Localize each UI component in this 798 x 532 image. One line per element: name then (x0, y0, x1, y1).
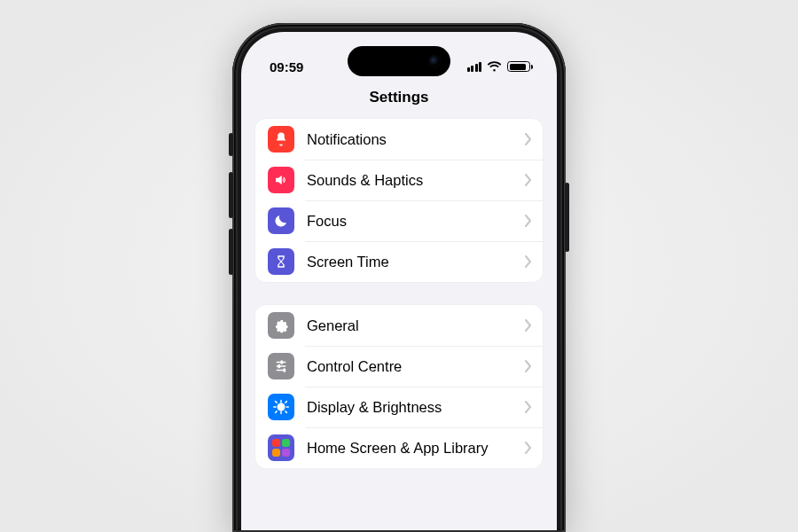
chevron-right-icon (525, 174, 532, 186)
wifi-icon (487, 61, 502, 73)
chevron-right-icon (525, 215, 532, 227)
settings-row-controlcentre[interactable]: Control Centre (255, 346, 543, 387)
status-time: 09:59 (270, 59, 303, 74)
settings-row-focus[interactable]: Focus (255, 200, 543, 241)
chevron-right-icon (525, 360, 532, 372)
settings-row-notifications[interactable]: Notifications (255, 119, 543, 160)
row-label: Sounds & Haptics (307, 172, 512, 189)
front-camera (429, 56, 440, 66)
row-label: Focus (307, 213, 512, 230)
power-button[interactable] (565, 183, 569, 252)
gear-icon (268, 312, 294, 339)
cellular-signal-icon (467, 62, 482, 72)
row-label: Screen Time (307, 254, 512, 270)
chevron-right-icon (525, 255, 532, 268)
slider-icon (268, 353, 294, 379)
screen: 09:59 Settings Notifications (241, 32, 557, 532)
brightness-icon (268, 394, 294, 420)
volume-down-button[interactable] (229, 229, 233, 275)
mute-switch[interactable] (229, 133, 233, 156)
dynamic-island (348, 46, 450, 76)
chevron-right-icon (525, 319, 532, 332)
phone-frame: 09:59 Settings Notifications (232, 23, 566, 532)
speaker-icon (268, 167, 294, 193)
settings-row-homescreen[interactable]: Home Screen & App Library (255, 427, 543, 468)
chevron-right-icon (525, 442, 532, 454)
app-grid-icon (268, 434, 294, 461)
settings-row-display[interactable]: Display & Brightness (255, 387, 543, 427)
settings-row-screentime[interactable]: Screen Time (255, 241, 543, 282)
row-label: Control Centre (307, 358, 512, 375)
row-label: General (307, 317, 512, 334)
settings-row-sounds[interactable]: Sounds & Haptics (255, 160, 543, 200)
settings-section-system: General Control Centre Display & Brightn… (255, 305, 543, 468)
page-title: Settings (241, 83, 557, 119)
hourglass-icon (268, 248, 294, 275)
row-label: Home Screen & App Library (307, 440, 512, 457)
chevron-right-icon (525, 133, 532, 145)
row-label: Display & Brightness (307, 399, 512, 416)
battery-icon (507, 61, 530, 72)
row-label: Notifications (307, 131, 512, 148)
bell-icon (268, 126, 294, 153)
chevron-right-icon (525, 401, 532, 413)
volume-up-button[interactable] (229, 172, 233, 218)
settings-section-alerts: Notifications Sounds & Haptics Focus (255, 119, 543, 282)
settings-row-general[interactable]: General (255, 305, 543, 346)
moon-icon (268, 207, 294, 234)
